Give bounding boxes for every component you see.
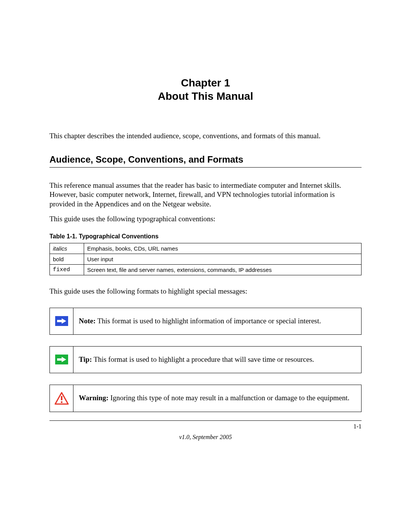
warning-callout: Warning: Ignoring this type of note may …	[49, 385, 362, 412]
tip-body: This format is used to highlight a proce…	[92, 355, 314, 363]
svg-marker-1	[62, 318, 66, 324]
note-callout: Note: This format is used to highlight i…	[49, 308, 362, 335]
note-icon-cell	[50, 308, 73, 334]
note-text: Note: This format is used to highlight i…	[73, 308, 361, 334]
document-page: Chapter 1 About This Manual This chapter…	[0, 0, 411, 463]
table-cell-desc: Screen text, file and server names, exte…	[84, 265, 362, 275]
svg-rect-0	[57, 320, 62, 322]
table-cell-label: bold	[50, 254, 84, 265]
table-cell-label: fixed	[50, 265, 84, 275]
tip-label: Tip:	[79, 355, 92, 363]
svg-rect-6	[61, 401, 62, 403]
tip-callout: Tip: This format is used to highlight a …	[49, 346, 362, 373]
body-paragraph-3: This guide uses the following formats to…	[49, 287, 362, 296]
table-cell-desc: User input	[84, 254, 362, 265]
chapter-title: About This Manual	[49, 89, 362, 103]
arrow-right-icon	[55, 355, 68, 364]
section-heading: Audience, Scope, Conventions, and Format…	[49, 154, 362, 168]
table-caption: Table 1-1. Typographical Conventions	[49, 233, 362, 240]
footer-rule: 1-1	[49, 420, 362, 430]
arrow-right-icon	[55, 316, 68, 326]
svg-marker-3	[62, 357, 66, 362]
note-body: This format is used to highlight informa…	[96, 317, 321, 325]
warning-triangle-icon	[54, 392, 69, 405]
table-cell-desc: Emphasis, books, CDs, URL names	[84, 243, 362, 254]
warning-text: Warning: Ignoring this type of note may …	[73, 385, 361, 412]
page-number: 1-1	[354, 423, 362, 430]
table-row: fixed Screen text, file and server names…	[50, 265, 362, 275]
conventions-table: italics Emphasis, books, CDs, URL names …	[49, 243, 362, 275]
warning-body: Ignoring this type of note may result in…	[108, 394, 349, 402]
table-row: italics Emphasis, books, CDs, URL names	[50, 243, 362, 254]
warning-label: Warning:	[79, 394, 108, 402]
svg-rect-2	[57, 358, 62, 361]
tip-text: Tip: This format is used to highlight a …	[73, 347, 361, 373]
note-label: Note:	[79, 317, 96, 325]
tip-icon-cell	[50, 347, 73, 373]
svg-rect-5	[61, 396, 62, 400]
body-paragraph-1: This reference manual assumes that the r…	[49, 181, 362, 209]
body-paragraph-2: This guide uses the following typographi…	[49, 214, 362, 224]
footer-version: v1.0, September 2005	[49, 434, 362, 441]
chapter-number: Chapter 1	[49, 76, 362, 89]
intro-paragraph: This chapter describes the intended audi…	[49, 131, 362, 141]
chapter-heading: Chapter 1 About This Manual	[49, 76, 362, 103]
warning-icon-cell	[50, 385, 73, 412]
table-row: bold User input	[50, 254, 362, 265]
table-cell-label: italics	[50, 243, 84, 254]
